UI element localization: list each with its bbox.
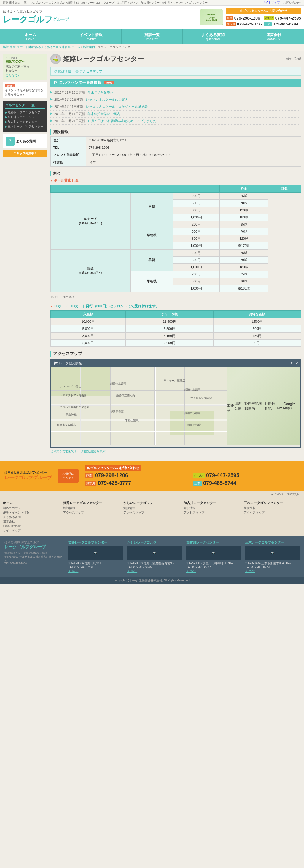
price-1: 500円 [173,200,220,207]
fnav-kakogawa-map[interactable]: アクセスマップ [184,510,241,515]
bc-contact-label: 各ゴルフセンターへのお問い合わせ [85,465,141,471]
footer-kashii-map[interactable]: ► MAP [127,569,137,572]
breadcrumb: 施設 東播 加古川 日本にあるよくあるゴルフ練習場 ホーム › 施設案内 › 姫… [0,43,304,51]
cash-price-5: 1,000円 [173,285,220,292]
footer-himeji-addr: 〒670-0984 姫路市町坪110 [68,561,123,565]
sidebar-kashii-link[interactable]: かし井レークゴルフ [5,115,45,119]
hours-label: フロント営業時間 [51,151,86,159]
fnav-link[interactable]: 施設・イベント情報 [3,510,60,515]
scroll-top-link[interactable]: ▲ このページの先頭へ [271,493,301,496]
fnav-himeji-info[interactable]: 施設情報 [63,506,120,510]
news-section-title: 🏳 ゴルフセンター最新情報 news [50,79,301,87]
sidebar-first-title: 初めての方へ [6,59,45,64]
expand-icon[interactable]: ⤢ [296,361,298,365]
bc-num-himeji: 079-298-1206 [95,472,128,478]
sidebar-kakogawa-link[interactable]: 加古川レークセンター [5,120,45,124]
share-icon[interactable]: ⬆ [291,361,293,365]
footer-himeji-name: 姫路レークゴルフセンター [68,540,123,545]
news-link-0[interactable]: 年末年始営業案内 [87,90,114,95]
event-text: イベント情報やお得な情報をお知らせします [5,88,46,97]
bc-miki: 三木 079-485-8744 [193,480,300,486]
footer-logo-main: レークゴルフグループ [4,545,64,550]
nav-event[interactable]: イベント情報 EVENT [61,29,121,43]
cash-price-0: 200円 [173,250,220,257]
cash-price-1: 500円 [173,257,220,264]
breadcrumb-facility[interactable]: 施設案内 [83,45,95,49]
footer-himeji-map[interactable]: ► MAP [68,569,78,572]
news-link-3[interactable]: 年末年始営業のご案内 [87,112,120,116]
nav-faq[interactable]: よくある質問 QUESTION [183,29,244,43]
svg-text:サ・モール姫路店: サ・モール姫路店 [164,379,185,382]
fnav-miki-map[interactable]: アクセスマップ [244,510,301,515]
fnav-link[interactable]: お問い合わせ [3,524,60,528]
nav-company[interactable]: 運営会社 COMPANY [244,29,304,43]
fnav-kashii-info[interactable]: 施設情報 [123,506,181,510]
pricing-section: 料金 ボール貸出し金 料金 球数 ICカード(1球あたり4.8円〜) 早朝 [50,171,301,347]
label-kakogawa: 加古川 [226,22,236,26]
facility-info-link[interactable]: 施設情報 [54,69,71,73]
contact-link[interactable]: お問い合わせ [283,1,301,4]
sidebar-first-timer[interactable]: AT FIRST 初めての方へ 施設のご利用方法、料金など こちらです [3,54,48,80]
nav-home[interactable]: ホーム HOME [0,29,61,43]
fnav-kakogawa-title: 加古川レークセンター [184,501,241,505]
contact-numbers: 姫路 079-298-1206 かしい 079-447-2595 加古川 079… [226,16,301,26]
news-link-1[interactable]: レッスン＆スクールのご案内 [86,97,128,102]
fnav-link[interactable]: 初めての方へ [3,506,60,510]
sidebar-miki-link[interactable]: 三木レークゴルフセンター [5,124,45,129]
col-time [173,185,220,193]
ic-row: 2,000円 2,000円 0円 [51,340,301,347]
access-map-link[interactable]: アクセスマップ [75,69,102,73]
ic-charge-0: 11,500円 [126,318,213,326]
news-badge: news [104,81,114,85]
sitemap-link[interactable]: サイトマップ [262,1,280,4]
breadcrumb-home[interactable]: 施設 東播 加古川 日本にあるよくあるゴルフ練習場 ホーム [3,45,80,49]
facility-info-title: 施設情報 [50,129,301,134]
footer-kakogawa-map[interactable]: ► MAP [186,569,196,572]
map-container: 🗺 レーク観光開発 ⬆ ⤢ [50,359,301,448]
ic-col-charge: チャージ額 [126,311,213,318]
sidebar-faq[interactable]: ？ よくある質問 [3,134,48,148]
footer-kashii: かしいレークゴルフ 📷 〒670-0928 姫路市飾磨区英賀宮966 TEL:0… [127,540,182,572]
bottom-contact: はりま兵庫 水上ゴルフセンター レークゴルフグループ お気軽にどうぞ！ 各ゴルフ… [0,461,304,491]
bc-number-grid: 姫路 079-298-1206 かしい 079-447-2595 加古川 079… [85,472,300,486]
news-link-2[interactable]: レッスン＆スクール スケジュール早見表 [86,104,148,109]
map-link[interactable]: より大きな地図で レーク観光開発 を表示 [50,449,301,454]
nav-faq-sub: QUESTION [184,38,242,40]
col-category [51,185,173,193]
nav-event-sub: EVENT [62,38,120,40]
price-6: 800円 [173,235,220,242]
map-section: アクセスマップ 🗺 レーク観光開発 ⬆ ⤢ [50,351,301,454]
footer-miki-map[interactable]: ► MAP [245,569,255,572]
fnav-kakogawa-info[interactable]: 施設情報 [184,506,241,510]
bc-label-kakogawa: 加古川 [85,481,96,486]
sidebar-staff[interactable]: スタッフ募集中！ [3,150,48,157]
nav-facility[interactable]: 施設一覧 FACILITY [121,29,183,43]
nav-faq-label: よくある質問 [184,32,242,38]
fnav-link[interactable]: よくある質問 [3,515,60,519]
top-bar-text: 姫路 東播 加古川 三木 でのゴルフならよくあるゴルフ練習場 (はじめ・レークゴ… [3,1,211,5]
svg-text:ツカサキ記念病院: ツカサキ記念病院 [190,397,212,400]
fnav-miki-info[interactable]: 施設情報 [244,506,301,510]
fnav-himeji-map[interactable]: アクセスマップ [63,510,120,515]
sidebar-event[interactable]: event イベント情報やお得な情報をお知らせします [3,82,48,98]
map-larger-link[interactable]: より大きな地図で レーク観光開発 を表示 [50,450,106,453]
cash-price-2: 1,000円 [173,264,220,271]
sidebar: AT FIRST 初めての方へ 施設のご利用方法、料金など こちらです even… [3,54,48,458]
news-date-4: 2013年10月21日更新 [54,119,85,123]
svg-text:姫路市立芸高: 姫路市立芸高 [185,388,200,391]
map-source: レーク観光開発 [59,361,82,365]
fnav-link[interactable]: サイトマップ [3,528,60,532]
ball-rental-title: ボール貸出し金 [50,178,301,183]
fnav-miki-title: 三木レークゴルフセンター [244,501,301,505]
fnav-link[interactable]: 運営会社 [3,520,60,524]
fnav-kashii-map[interactable]: アクセスマップ [123,510,181,515]
bc-kakogawa: 加古川 079-425-0777 [85,480,191,486]
sidebar-first-link[interactable]: こちらです [6,73,45,78]
footer-address: 〒675-0065 社加発市加古川市神吉町付き富余地32 [4,555,64,562]
news-link-4[interactable]: 11月１日より初径過磁確定初めアップしました [87,119,156,123]
contact-kakogawa: 加古川 079-425-0777 [226,22,263,26]
fnav-home: ホーム 初めての方へ 施設・イベント情報 よくある質問 運営会社 お問い合わせ … [3,501,60,533]
logo-group: グループ [53,17,69,22]
main-layout: AT FIRST 初めての方へ 施設のご利用方法、料金など こちらです even… [0,51,304,461]
sidebar-himeji-link[interactable]: 姫路レークゴルフセンター [5,110,45,114]
